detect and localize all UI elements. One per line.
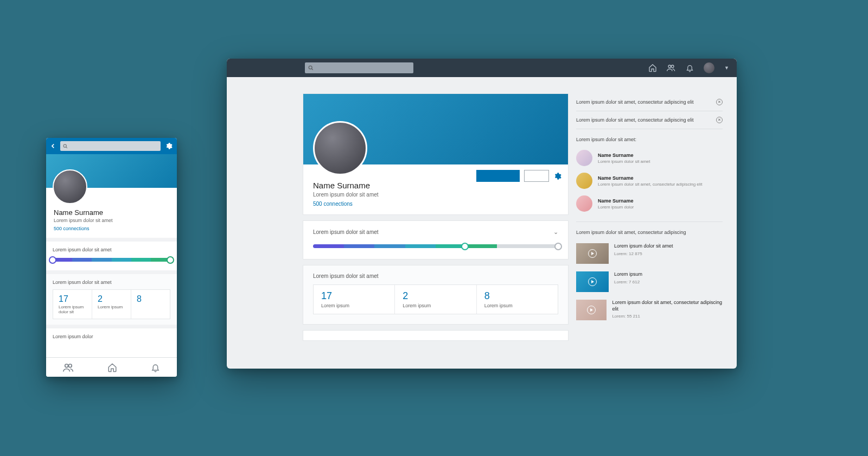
person-name: Name Surname <box>598 198 634 204</box>
gear-icon[interactable] <box>553 172 561 180</box>
progress-segment <box>405 244 436 248</box>
close-icon[interactable]: ✕ <box>716 117 723 123</box>
person-name: Name Surname <box>598 153 650 158</box>
svg-point-3 <box>671 65 674 68</box>
progress-label: Lorem ipsum dolor sit amet <box>53 247 170 252</box>
person-item[interactable]: Name SurnameLorem ipsum dolor sit amet <box>576 147 723 169</box>
profile-name: Name Surname <box>54 208 169 217</box>
video-title: Lorem ipsum dolor sit amet, consectetur … <box>612 300 723 312</box>
video-item[interactable]: Lorem ipsumLorem: 7 612 <box>576 268 723 296</box>
desktop-topbar: ▼ <box>227 59 737 77</box>
notice-text: Lorem ipsum dolor sit amet, consectetur … <box>576 117 712 123</box>
progress-segment <box>467 244 497 248</box>
avatar <box>576 173 592 189</box>
search-field[interactable] <box>305 62 413 73</box>
people-icon[interactable] <box>667 64 675 72</box>
profile-photo[interactable] <box>313 121 367 175</box>
svg-point-0 <box>309 66 312 69</box>
search-field[interactable] <box>60 141 161 151</box>
svg-point-7 <box>68 364 72 367</box>
stat-label: Lorem ipsum <box>484 303 550 308</box>
svg-point-4 <box>63 144 66 147</box>
stat-label: Lorem ipsum <box>98 305 125 309</box>
video-thumb <box>576 271 609 292</box>
progress-card: Lorem ipsum dolor sit amet <box>46 242 177 270</box>
avatar <box>576 150 592 166</box>
progress-end-knob[interactable] <box>554 243 562 250</box>
video-item[interactable]: Lorem ipsum dolor sit amet, consectetur … <box>576 296 723 324</box>
people-icon[interactable] <box>63 363 74 372</box>
progress-label: Lorem ipsum dolor sit amet <box>313 229 379 235</box>
primary-action-button[interactable] <box>476 170 520 182</box>
progress-segment <box>112 258 131 262</box>
stat-value: 8 <box>137 294 164 304</box>
search-icon <box>308 65 314 71</box>
profile-photo[interactable] <box>53 169 87 204</box>
progress-bar[interactable] <box>313 244 558 248</box>
video-item[interactable]: Lorem ipsum dolor sit ametLorem: 12 875 <box>576 239 723 268</box>
connections-link[interactable]: 500 connections <box>54 226 169 231</box>
progress-start-knob[interactable] <box>49 256 56 264</box>
video-count: Lorem: 7 612 <box>614 280 642 284</box>
chevron-down-icon[interactable]: ▼ <box>724 65 729 71</box>
progress-segment <box>497 244 528 248</box>
stat-cell[interactable]: 2Lorem ipsum <box>395 285 476 314</box>
search-input[interactable] <box>314 65 410 71</box>
stat-cell[interactable]: 2Lorem ipsum <box>92 290 131 319</box>
progress-card: Lorem ipsum dolor sit amet ⌄ <box>303 220 569 259</box>
svg-point-2 <box>668 65 671 68</box>
progress-segment <box>92 258 111 262</box>
gear-icon[interactable] <box>165 142 173 150</box>
tab-bar <box>46 357 177 377</box>
topbar-actions: ▼ <box>648 62 729 73</box>
play-icon <box>588 249 597 258</box>
chevron-down-icon[interactable]: ⌄ <box>553 229 558 236</box>
profile-subtitle: Lorem ipsum dolor sit amet <box>313 192 558 198</box>
person-desc: Lorem ipsum dolor sit amet <box>598 159 650 164</box>
extra-card: Lorem ipsum dolor <box>46 328 177 357</box>
profile-banner <box>46 154 177 188</box>
next-card <box>303 330 569 341</box>
progress-bar[interactable] <box>53 258 170 262</box>
progress-knob[interactable] <box>167 256 174 264</box>
profile-name: Name Surname <box>313 181 558 190</box>
close-icon[interactable]: ✕ <box>716 99 723 105</box>
bell-icon[interactable] <box>151 363 160 372</box>
video-count: Lorem: 55 211 <box>612 314 723 319</box>
desktop-window: ▼ Name Surname Lorem ipsum dolor sit ame… <box>227 59 737 369</box>
person-item[interactable]: Name SurnameLorem ipsum dolor <box>576 192 723 215</box>
stats-card: Lorem ipsum dolor sit amet 17Lorem ipsum… <box>303 265 569 325</box>
search-input[interactable] <box>68 143 158 149</box>
avatar[interactable] <box>704 62 714 73</box>
back-icon[interactable] <box>50 143 56 149</box>
stat-value: 17 <box>59 294 86 304</box>
person-desc: Lorem ipsum dolor sit amet, consectetur … <box>598 182 703 187</box>
video-title: Lorem ipsum dolor sit amet <box>614 243 673 249</box>
svg-point-6 <box>65 364 68 367</box>
secondary-action-button[interactable] <box>524 170 549 182</box>
connections-link[interactable]: 500 connections <box>313 201 558 207</box>
stats-label: Lorem ipsum dolor sit amet <box>313 273 558 279</box>
profile-card: Name Surname Lorem ipsum dolor sit amet … <box>303 93 569 215</box>
person-name: Name Surname <box>598 175 703 181</box>
stat-label: Lorem ipsum <box>321 303 387 308</box>
play-icon <box>588 277 597 286</box>
home-icon[interactable] <box>107 363 117 372</box>
progress-segment <box>344 244 375 248</box>
home-icon[interactable] <box>648 64 657 72</box>
progress-segment <box>72 258 92 262</box>
person-item[interactable]: Name SurnameLorem ipsum dolor sit amet, … <box>576 169 723 192</box>
stat-cell[interactable]: 17Lorem ipsum <box>314 285 395 314</box>
search-icon <box>63 144 68 149</box>
video-count: Lorem: 12 875 <box>614 251 673 256</box>
sidebar: Lorem ipsum dolor sit amet, consectetur … <box>576 93 730 361</box>
bell-icon[interactable] <box>685 64 694 72</box>
stat-cell[interactable]: 17Lorem ipsum dolor sit <box>53 290 92 319</box>
stat-value: 2 <box>98 294 125 304</box>
video-thumb <box>576 300 607 320</box>
stat-cell[interactable]: 8 <box>131 290 170 319</box>
progress-knob[interactable] <box>461 243 469 250</box>
video-title: Lorem ipsum <box>614 271 642 277</box>
stat-value: 8 <box>484 290 550 302</box>
stat-cell[interactable]: 8Lorem ipsum <box>477 285 558 314</box>
